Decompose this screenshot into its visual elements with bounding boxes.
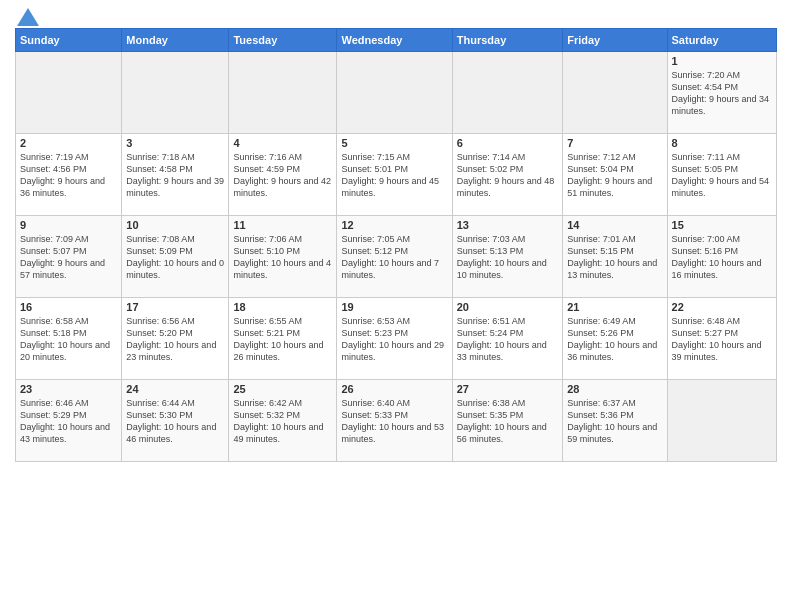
- calendar-cell: 5Sunrise: 7:15 AM Sunset: 5:01 PM Daylig…: [337, 134, 452, 216]
- day-number: 5: [341, 137, 447, 149]
- column-header-thursday: Thursday: [452, 29, 562, 52]
- calendar-cell: 3Sunrise: 7:18 AM Sunset: 4:58 PM Daylig…: [122, 134, 229, 216]
- day-number: 21: [567, 301, 662, 313]
- day-info: Sunrise: 7:00 AM Sunset: 5:16 PM Dayligh…: [672, 233, 772, 282]
- day-number: 10: [126, 219, 224, 231]
- day-number: 13: [457, 219, 558, 231]
- calendar-cell: 11Sunrise: 7:06 AM Sunset: 5:10 PM Dayli…: [229, 216, 337, 298]
- day-info: Sunrise: 7:11 AM Sunset: 5:05 PM Dayligh…: [672, 151, 772, 200]
- day-info: Sunrise: 7:05 AM Sunset: 5:12 PM Dayligh…: [341, 233, 447, 282]
- day-info: Sunrise: 7:18 AM Sunset: 4:58 PM Dayligh…: [126, 151, 224, 200]
- day-number: 20: [457, 301, 558, 313]
- calendar-cell: 25Sunrise: 6:42 AM Sunset: 5:32 PM Dayli…: [229, 380, 337, 462]
- calendar-cell: 27Sunrise: 6:38 AM Sunset: 5:35 PM Dayli…: [452, 380, 562, 462]
- day-number: 1: [672, 55, 772, 67]
- svg-marker-0: [17, 8, 39, 26]
- calendar-cell: [452, 52, 562, 134]
- week-row-0: 1Sunrise: 7:20 AM Sunset: 4:54 PM Daylig…: [16, 52, 777, 134]
- calendar-cell: 28Sunrise: 6:37 AM Sunset: 5:36 PM Dayli…: [563, 380, 667, 462]
- column-header-monday: Monday: [122, 29, 229, 52]
- calendar-cell: [16, 52, 122, 134]
- day-number: 14: [567, 219, 662, 231]
- calendar-cell: 20Sunrise: 6:51 AM Sunset: 5:24 PM Dayli…: [452, 298, 562, 380]
- calendar-cell: [667, 380, 776, 462]
- calendar-cell: [122, 52, 229, 134]
- calendar-cell: [337, 52, 452, 134]
- logo: [15, 10, 39, 20]
- day-number: 15: [672, 219, 772, 231]
- day-info: Sunrise: 6:48 AM Sunset: 5:27 PM Dayligh…: [672, 315, 772, 364]
- column-header-saturday: Saturday: [667, 29, 776, 52]
- calendar-cell: 24Sunrise: 6:44 AM Sunset: 5:30 PM Dayli…: [122, 380, 229, 462]
- column-header-friday: Friday: [563, 29, 667, 52]
- day-info: Sunrise: 6:44 AM Sunset: 5:30 PM Dayligh…: [126, 397, 224, 446]
- day-info: Sunrise: 7:15 AM Sunset: 5:01 PM Dayligh…: [341, 151, 447, 200]
- calendar-cell: 21Sunrise: 6:49 AM Sunset: 5:26 PM Dayli…: [563, 298, 667, 380]
- calendar-cell: 15Sunrise: 7:00 AM Sunset: 5:16 PM Dayli…: [667, 216, 776, 298]
- day-number: 12: [341, 219, 447, 231]
- calendar-cell: 18Sunrise: 6:55 AM Sunset: 5:21 PM Dayli…: [229, 298, 337, 380]
- day-number: 17: [126, 301, 224, 313]
- day-number: 11: [233, 219, 332, 231]
- column-header-tuesday: Tuesday: [229, 29, 337, 52]
- day-number: 16: [20, 301, 117, 313]
- week-row-2: 9Sunrise: 7:09 AM Sunset: 5:07 PM Daylig…: [16, 216, 777, 298]
- calendar-cell: 6Sunrise: 7:14 AM Sunset: 5:02 PM Daylig…: [452, 134, 562, 216]
- page-header: [15, 10, 777, 20]
- day-info: Sunrise: 6:55 AM Sunset: 5:21 PM Dayligh…: [233, 315, 332, 364]
- day-number: 9: [20, 219, 117, 231]
- day-number: 2: [20, 137, 117, 149]
- calendar-cell: [563, 52, 667, 134]
- calendar-cell: [229, 52, 337, 134]
- day-number: 28: [567, 383, 662, 395]
- calendar-cell: 10Sunrise: 7:08 AM Sunset: 5:09 PM Dayli…: [122, 216, 229, 298]
- calendar-table: SundayMondayTuesdayWednesdayThursdayFrid…: [15, 28, 777, 462]
- day-number: 24: [126, 383, 224, 395]
- calendar-cell: 16Sunrise: 6:58 AM Sunset: 5:18 PM Dayli…: [16, 298, 122, 380]
- day-info: Sunrise: 7:01 AM Sunset: 5:15 PM Dayligh…: [567, 233, 662, 282]
- day-info: Sunrise: 6:49 AM Sunset: 5:26 PM Dayligh…: [567, 315, 662, 364]
- day-info: Sunrise: 6:46 AM Sunset: 5:29 PM Dayligh…: [20, 397, 117, 446]
- day-number: 8: [672, 137, 772, 149]
- day-info: Sunrise: 6:53 AM Sunset: 5:23 PM Dayligh…: [341, 315, 447, 364]
- calendar-cell: 7Sunrise: 7:12 AM Sunset: 5:04 PM Daylig…: [563, 134, 667, 216]
- calendar-cell: 17Sunrise: 6:56 AM Sunset: 5:20 PM Dayli…: [122, 298, 229, 380]
- day-number: 18: [233, 301, 332, 313]
- page-container: SundayMondayTuesdayWednesdayThursdayFrid…: [0, 0, 792, 472]
- day-info: Sunrise: 7:12 AM Sunset: 5:04 PM Dayligh…: [567, 151, 662, 200]
- day-info: Sunrise: 6:42 AM Sunset: 5:32 PM Dayligh…: [233, 397, 332, 446]
- calendar-cell: 26Sunrise: 6:40 AM Sunset: 5:33 PM Dayli…: [337, 380, 452, 462]
- day-info: Sunrise: 7:19 AM Sunset: 4:56 PM Dayligh…: [20, 151, 117, 200]
- calendar-cell: 22Sunrise: 6:48 AM Sunset: 5:27 PM Dayli…: [667, 298, 776, 380]
- calendar-cell: 13Sunrise: 7:03 AM Sunset: 5:13 PM Dayli…: [452, 216, 562, 298]
- day-number: 22: [672, 301, 772, 313]
- day-number: 6: [457, 137, 558, 149]
- day-info: Sunrise: 7:08 AM Sunset: 5:09 PM Dayligh…: [126, 233, 224, 282]
- calendar-cell: 12Sunrise: 7:05 AM Sunset: 5:12 PM Dayli…: [337, 216, 452, 298]
- day-info: Sunrise: 6:58 AM Sunset: 5:18 PM Dayligh…: [20, 315, 117, 364]
- day-info: Sunrise: 6:56 AM Sunset: 5:20 PM Dayligh…: [126, 315, 224, 364]
- calendar-cell: 4Sunrise: 7:16 AM Sunset: 4:59 PM Daylig…: [229, 134, 337, 216]
- week-row-1: 2Sunrise: 7:19 AM Sunset: 4:56 PM Daylig…: [16, 134, 777, 216]
- calendar-cell: 19Sunrise: 6:53 AM Sunset: 5:23 PM Dayli…: [337, 298, 452, 380]
- day-info: Sunrise: 7:09 AM Sunset: 5:07 PM Dayligh…: [20, 233, 117, 282]
- day-number: 19: [341, 301, 447, 313]
- day-number: 25: [233, 383, 332, 395]
- day-info: Sunrise: 7:20 AM Sunset: 4:54 PM Dayligh…: [672, 69, 772, 118]
- day-info: Sunrise: 6:37 AM Sunset: 5:36 PM Dayligh…: [567, 397, 662, 446]
- day-number: 3: [126, 137, 224, 149]
- calendar-cell: 1Sunrise: 7:20 AM Sunset: 4:54 PM Daylig…: [667, 52, 776, 134]
- day-number: 26: [341, 383, 447, 395]
- week-row-3: 16Sunrise: 6:58 AM Sunset: 5:18 PM Dayli…: [16, 298, 777, 380]
- logo-icon: [17, 8, 39, 26]
- column-header-wednesday: Wednesday: [337, 29, 452, 52]
- calendar-cell: 14Sunrise: 7:01 AM Sunset: 5:15 PM Dayli…: [563, 216, 667, 298]
- calendar-header-row: SundayMondayTuesdayWednesdayThursdayFrid…: [16, 29, 777, 52]
- day-info: Sunrise: 7:03 AM Sunset: 5:13 PM Dayligh…: [457, 233, 558, 282]
- calendar-cell: 9Sunrise: 7:09 AM Sunset: 5:07 PM Daylig…: [16, 216, 122, 298]
- calendar-cell: 2Sunrise: 7:19 AM Sunset: 4:56 PM Daylig…: [16, 134, 122, 216]
- day-number: 4: [233, 137, 332, 149]
- week-row-4: 23Sunrise: 6:46 AM Sunset: 5:29 PM Dayli…: [16, 380, 777, 462]
- column-header-sunday: Sunday: [16, 29, 122, 52]
- calendar-cell: 23Sunrise: 6:46 AM Sunset: 5:29 PM Dayli…: [16, 380, 122, 462]
